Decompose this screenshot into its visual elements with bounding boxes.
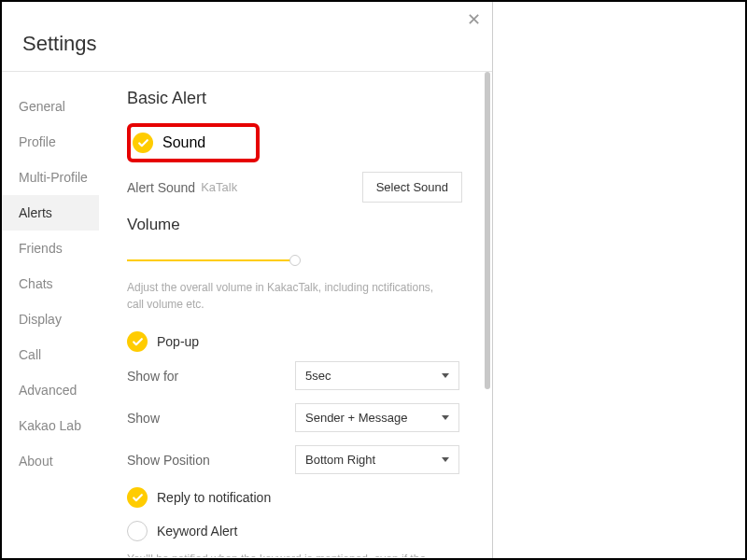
alert-sound-row: Alert Sound KaTalk Select Sound	[127, 172, 468, 203]
content-wrap: Basic Alert Sound Alert Sound KaTalk Sel…	[99, 72, 492, 557]
slider-fill	[127, 259, 295, 261]
show-position-label: Show Position	[127, 453, 295, 468]
show-dropdown[interactable]: Sender + Message	[295, 403, 459, 432]
sidebar-item-about[interactable]: About	[2, 443, 99, 479]
show-for-label: Show for	[127, 369, 295, 384]
keyword-help-text: You'll be notified when the keyword is m…	[127, 551, 444, 557]
sidebar-item-alerts[interactable]: Alerts	[2, 195, 99, 231]
scrollbar-thumb[interactable]	[485, 72, 490, 389]
checkmark-icon[interactable]	[133, 133, 153, 153]
show-for-dropdown[interactable]: 5sec	[295, 361, 459, 390]
chevron-down-icon	[442, 373, 449, 378]
basic-alert-heading: Basic Alert	[127, 89, 468, 108]
slider-thumb[interactable]	[289, 255, 301, 266]
sound-toggle-highlight: Sound	[127, 123, 260, 162]
sidebar-item-multi-profile[interactable]: Multi-Profile	[2, 160, 99, 195]
keyword-label: Keyword Alert	[157, 524, 237, 539]
show-position-dropdown[interactable]: Bottom Right	[295, 445, 459, 474]
show-for-value: 5sec	[305, 369, 331, 383]
popup-toggle[interactable]: Pop-up	[127, 331, 468, 352]
sidebar-item-display[interactable]: Display	[2, 301, 99, 337]
select-sound-button[interactable]: Select Sound	[362, 172, 462, 203]
checkmark-icon	[127, 487, 148, 508]
chevron-down-icon	[442, 457, 449, 462]
show-label: Show	[127, 411, 295, 426]
show-for-row: Show for 5sec	[127, 361, 468, 390]
sidebar-item-call[interactable]: Call	[2, 337, 99, 372]
sidebar-item-kakao-lab[interactable]: Kakao Lab	[2, 408, 99, 443]
show-position-row: Show Position Bottom Right	[127, 445, 468, 474]
sound-label: Sound	[162, 134, 205, 151]
sidebar-nav: GeneralProfileMulti-ProfileAlertsFriends…	[2, 72, 99, 557]
settings-panel: ✕ Settings GeneralProfileMulti-ProfileAl…	[2, 2, 493, 558]
volume-heading: Volume	[127, 216, 468, 234]
alert-sound-label: Alert Sound	[127, 180, 195, 195]
unchecked-circle-icon	[127, 521, 148, 541]
volume-slider[interactable]	[127, 253, 295, 268]
popup-label: Pop-up	[157, 334, 199, 349]
show-row: Show Sender + Message	[127, 403, 468, 432]
chevron-down-icon	[442, 415, 449, 420]
close-icon[interactable]: ✕	[467, 11, 481, 28]
sidebar-item-friends[interactable]: Friends	[2, 231, 99, 266]
checkmark-icon	[127, 331, 148, 352]
sidebar-item-chats[interactable]: Chats	[2, 266, 99, 301]
sidebar-item-profile[interactable]: Profile	[2, 124, 99, 160]
app-frame: ✕ Settings GeneralProfileMulti-ProfileAl…	[0, 0, 747, 560]
show-position-value: Bottom Right	[305, 453, 375, 467]
sidebar-item-advanced[interactable]: Advanced	[2, 372, 99, 408]
alert-sound-value: KaTalk	[201, 180, 237, 194]
reply-toggle[interactable]: Reply to notification	[127, 487, 468, 508]
panel-body: GeneralProfileMulti-ProfileAlertsFriends…	[2, 72, 492, 557]
show-value: Sender + Message	[305, 411, 407, 425]
alerts-content: Basic Alert Sound Alert Sound KaTalk Sel…	[99, 72, 492, 557]
settings-title: Settings	[2, 2, 492, 71]
reply-label: Reply to notification	[157, 490, 271, 505]
keyword-toggle[interactable]: Keyword Alert	[127, 521, 468, 541]
sidebar-item-general[interactable]: General	[2, 89, 99, 124]
volume-help-text: Adjust the overall volume in KakacTalk, …	[127, 279, 444, 313]
